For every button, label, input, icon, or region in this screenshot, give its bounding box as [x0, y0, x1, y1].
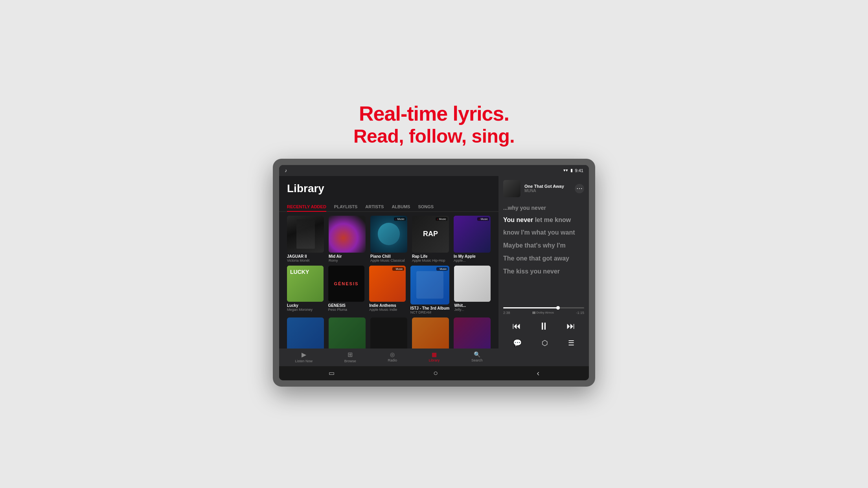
lyric-text-active: You never	[503, 216, 535, 223]
lyric-line-3[interactable]: Maybe that's why I'm	[503, 242, 584, 250]
list-item[interactable]: JAGUAR II Victoria Monét	[287, 216, 324, 262]
radio-icon: ◎	[390, 351, 395, 358]
dolby-icon: ▮▮	[532, 311, 535, 314]
more-options-button[interactable]: ⋯	[575, 184, 584, 193]
home-icon: ○	[433, 369, 438, 377]
list-item[interactable]	[454, 317, 491, 348]
lyric-active-1[interactable]: You never let me know	[503, 216, 584, 224]
home-button[interactable]: ○	[433, 369, 438, 378]
main-content: Library RECENTLY ADDED PLAYLISTS ARTISTS	[279, 176, 589, 366]
rewind-button[interactable]: ⏮	[512, 321, 521, 331]
list-item[interactable]	[370, 317, 407, 348]
tab-playlists[interactable]: PLAYLISTS	[334, 202, 358, 211]
progress-current: 2:38	[503, 311, 510, 315]
album-art-inmy: ♪ Music	[454, 216, 491, 253]
listen-now-icon: ▶	[302, 351, 306, 358]
tab-recently-added[interactable]: RECENTLY ADDED	[287, 202, 326, 211]
lyrics-button[interactable]: 💬	[513, 339, 522, 347]
apple-music-badge-istj: ♪ Music	[436, 267, 448, 271]
album-art-midair	[329, 216, 366, 253]
album-art-rap: RAP ♪ Music	[412, 216, 449, 253]
album-art-genesis: GÉNESIS	[328, 266, 365, 302]
apple-music-icon: ♪	[394, 268, 395, 270]
pause-button[interactable]: ⏸	[539, 320, 549, 332]
list-item[interactable]: LUCKY Lucky Megan Moroney	[287, 266, 324, 315]
header-line1: Real-time lyrics.	[353, 102, 515, 125]
album-art-partial1	[287, 317, 324, 348]
nav-item-listen-now[interactable]: ▶ Listen Now	[295, 351, 313, 363]
nav-item-library[interactable]: ▦ Library	[429, 351, 440, 362]
progress-bar-track[interactable]	[503, 307, 584, 308]
library-section: Library RECENTLY ADDED PLAYLISTS ARTISTS	[279, 176, 498, 366]
fast-forward-button[interactable]: ⏭	[566, 321, 575, 331]
recent-apps-icon: ▭	[329, 370, 335, 376]
albums-container: JAGUAR II Victoria Monét Mid Air Romy	[279, 212, 498, 349]
album-art-now-playing	[503, 180, 520, 197]
albums-row-2: LUCKY Lucky Megan Moroney GÉNESIS	[279, 266, 498, 318]
lyric-line-5[interactable]: The kiss you never	[503, 268, 584, 276]
apple-music-badge-rap: ♪ Music	[436, 217, 447, 221]
lyric-faded-top[interactable]: ...why you never	[503, 204, 584, 211]
tablet-frame: ♪ ▾▾ ▮ 9:41 Library	[273, 159, 595, 387]
list-item[interactable]	[329, 317, 366, 348]
list-item[interactable]: ♪ Music ISTJ - The 3rd Album NCT DREAM	[410, 266, 450, 315]
ellipsis-icon: ⋯	[576, 185, 583, 192]
recent-apps-button[interactable]: ▭	[329, 369, 335, 377]
album-art-piano: ♪ Music	[370, 216, 407, 253]
page-wrapper: Real-time lyrics. Read, follow, sing. ♪ …	[273, 86, 595, 402]
album-art-lucky: LUCKY	[287, 266, 324, 302]
tab-albums[interactable]: ALBUMS	[392, 202, 410, 211]
list-item[interactable]: Whit... Jelly...	[454, 266, 491, 315]
now-playing-artist: MUNA	[524, 189, 571, 193]
airplay-button[interactable]: ⬡	[542, 339, 548, 347]
list-item[interactable]: ♪ Music Indie Anthems Apple Music Indie	[369, 266, 406, 315]
playback-controls: ⏮ ⏸ ⏭	[498, 317, 589, 336]
battery-icon: ▮	[570, 168, 573, 173]
album-art-partial4	[412, 317, 449, 348]
apple-music-icon: ♪	[395, 218, 397, 220]
tablet-screen: ♪ ▾▾ ▮ 9:41 Library	[279, 165, 589, 380]
album-art-partial3	[370, 317, 407, 348]
tab-artists[interactable]: ARTISTS	[365, 202, 384, 211]
progress-times: 2:38 ▮▮ Dolby Atmos -1:15	[503, 311, 584, 315]
now-playing-title: One That Got Away	[524, 184, 571, 189]
now-playing-info: One That Got Away MUNA	[524, 184, 571, 193]
lyrics-section: ...why you never You never let me know k…	[498, 201, 589, 305]
search-icon: 🔍	[474, 351, 480, 358]
nav-item-radio[interactable]: ◎ Radio	[388, 351, 397, 362]
apple-music-icon: ♪	[478, 218, 480, 220]
list-item[interactable]: ♪ Music In My Apple Apple...	[454, 216, 491, 262]
lyric-line-4[interactable]: The one that got away	[503, 255, 584, 263]
nav-item-search[interactable]: 🔍 Search	[471, 351, 483, 362]
list-item[interactable]	[287, 317, 324, 348]
queue-button[interactable]: ☰	[568, 339, 574, 347]
nav-item-browse[interactable]: ⊞ Browse	[344, 351, 356, 363]
back-button[interactable]: ‹	[537, 369, 540, 378]
status-time: 9:41	[575, 168, 583, 173]
apple-music-icon: ♪	[437, 218, 438, 220]
progress-total: -1:15	[576, 311, 584, 315]
apple-music-badge-inmy: ♪ Music	[477, 217, 489, 221]
extra-controls: 💬 ⬡ ☰	[498, 336, 589, 352]
library-icon: ▦	[432, 351, 437, 358]
status-bar-right: ▾▾ ▮ 9:41	[563, 168, 583, 173]
progress-section: 2:38 ▮▮ Dolby Atmos -1:15	[498, 305, 589, 317]
list-item[interactable]: ♪ Music Piano Chill Apple Music Classica…	[370, 216, 407, 262]
apple-music-badge-indie: ♪ Music	[392, 267, 404, 271]
list-item[interactable]: RAP ♪ Music Rap Life Apple Music Hip-Hop	[412, 216, 449, 262]
list-item[interactable]: GÉNESIS GÉNESIS Peso Pluma	[328, 266, 365, 315]
list-item[interactable]: Mid Air Romy	[329, 216, 366, 262]
album-art-istj: ♪ Music	[410, 266, 450, 305]
library-title: Library	[287, 182, 491, 195]
browse-icon: ⊞	[348, 351, 353, 358]
list-item[interactable]	[412, 317, 449, 348]
fast-forward-icon: ⏭	[566, 321, 575, 331]
tab-songs[interactable]: SONGS	[418, 202, 434, 211]
pause-icon: ⏸	[539, 320, 549, 332]
albums-row-1: JAGUAR II Victoria Monét Mid Air Romy	[279, 216, 498, 266]
status-bar: ♪ ▾▾ ▮ 9:41	[279, 165, 589, 176]
dolby-badge: ▮▮ Dolby Atmos	[532, 311, 554, 314]
android-nav-bar: ▭ ○ ‹	[279, 366, 589, 380]
bottom-nav: ▶ Listen Now ⊞ Browse ◎ Radio ▦	[279, 349, 498, 366]
lyric-line-2[interactable]: know I'm what you want	[503, 229, 584, 237]
